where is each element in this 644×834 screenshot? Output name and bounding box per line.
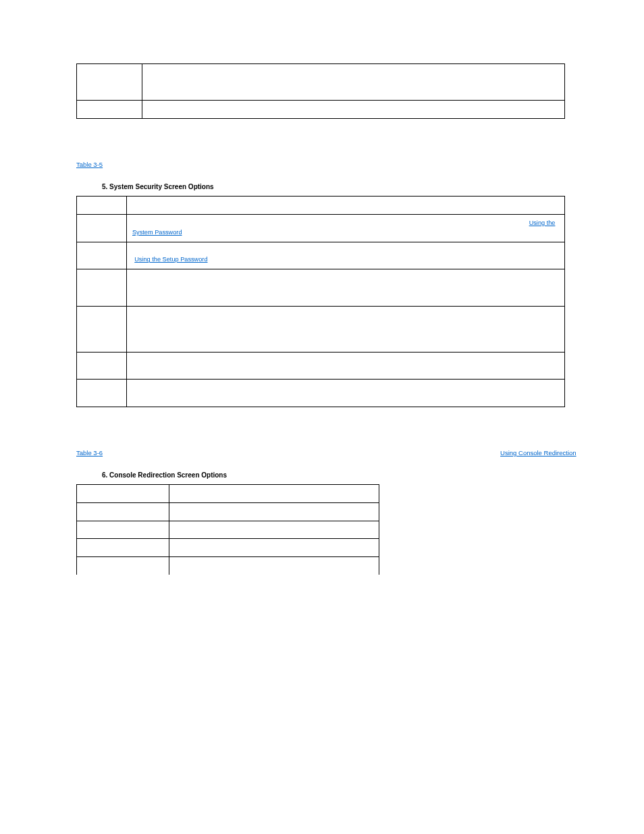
table-row: Asset Tag Displays the customer-programm… <box>77 101 565 119</box>
cell-description: Enables or disables console redirection … <box>169 557 379 575</box>
table-caption-5: 5. System Security Screen Options <box>102 183 644 190</box>
table-header-row: Option Description <box>77 484 379 502</box>
caption-title: Console Redirection Screen Options <box>107 471 227 479</box>
cell-option: Failsafe Baud Rate <box>77 521 169 539</box>
cell-description: Determines how the system reacts when po… <box>126 380 564 407</box>
table-header-row: Option Description <box>77 197 565 215</box>
cell-description: Enables or disables reporting of keyboar… <box>142 64 564 101</box>
cell-description: Turns system's power off and on. If you … <box>126 306 564 352</box>
header-option: Option <box>77 484 169 502</box>
table-caption-6: 6. Console Redirection Screen Options <box>102 471 644 479</box>
link-using-console-redirection[interactable]: Using Console Redirection <box>500 449 576 457</box>
table-row: Setup Password Restricts access to the S… <box>77 242 565 269</box>
table-row: AC Power Recovery Determines how the sys… <box>77 380 565 407</box>
cell-description: Setting the Setup Password option to Ena… <box>126 269 564 306</box>
cell-option: Remote Terminal Type <box>77 539 169 557</box>
table-row: NMI Button NOTICE: Use the NMI button on… <box>77 352 565 380</box>
table-row: Remote Terminal Type Select either VT 10… <box>77 539 379 557</box>
table-row: Failsafe Baud Rate Displays if the fails… <box>77 521 379 539</box>
table-row: Power Button Turns system's power off an… <box>77 306 565 352</box>
header-option: Option <box>77 197 127 215</box>
table-row: Password Status Setting the Setup Passwo… <box>77 269 565 306</box>
caption-title: System Security Screen Options <box>107 183 213 190</box>
cell-description: NOTICE: Use the NMI button only if direc… <box>126 352 564 380</box>
header-description: Description <box>126 197 564 215</box>
cell-option: Asset Tag <box>77 101 142 119</box>
table-row: Console Redirection Sets the console red… <box>77 502 379 521</box>
cell-option: Password Status <box>77 269 127 306</box>
table-previous-continuation: Report Keyboard Errors Enables or disabl… <box>76 63 565 119</box>
cell-option: Redirection After Boot <box>77 557 169 575</box>
cell-description: Restricts access to the System Setup pro… <box>126 242 564 269</box>
cell-option: NMI Button <box>77 352 127 380</box>
ref-suffix: lists the options and descriptions for t… <box>103 161 392 168</box>
table-reference-line-6: Table 3-6 lists the options and descript… <box>76 449 644 457</box>
table-reference-line-5: Table 3-5 lists the options and descript… <box>76 161 644 168</box>
table-console-redirection: Option Description Console Redirection S… <box>76 484 379 575</box>
cell-option: Setup Password <box>77 242 127 269</box>
table-row: Redirection After Boot Enables or disabl… <box>77 557 379 575</box>
table-row: Report Keyboard Errors Enables or disabl… <box>77 64 565 101</box>
cell-description: Displays if the failsafe baud rate is us… <box>169 521 379 539</box>
cell-description: Select either VT 100/VT 220 or ANSI. <box>169 539 379 557</box>
cell-description: Sets the console redirection feature to … <box>169 502 379 521</box>
cell-option: Power Button <box>77 306 127 352</box>
cell-option: AC Power Recovery <box>77 380 127 407</box>
cell-option: System Password <box>77 214 127 242</box>
header-description: Description <box>169 484 379 502</box>
cell-option: Report Keyboard Errors <box>77 64 142 101</box>
cell-description: Displays the customer-programmable asset… <box>142 101 564 119</box>
link-using-setup-password[interactable]: Using the Setup Password <box>134 256 207 263</box>
cell-option: Console Redirection <box>77 502 169 521</box>
table-ref-link-3-5[interactable]: Table 3-5 <box>76 161 103 168</box>
cell-description: Displays the current status of your syst… <box>126 214 564 242</box>
table-ref-link-3-6[interactable]: Table 3-6 <box>76 449 103 457</box>
table-row: System Password Displays the current sta… <box>77 214 565 242</box>
table-system-security: Option Description System Password Displ… <box>76 196 565 407</box>
